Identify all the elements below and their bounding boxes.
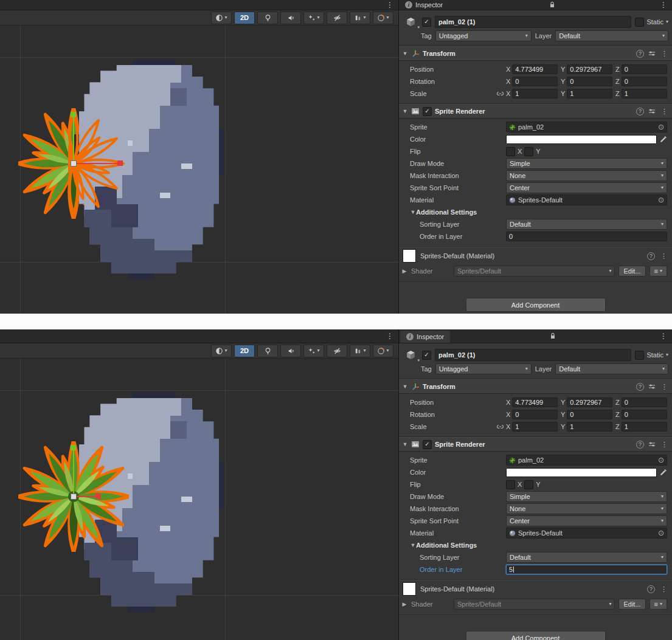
active-checkbox[interactable]: ✓	[422, 351, 431, 360]
toggle-2d-button[interactable]: 2D	[234, 345, 255, 357]
draw-mode-dropdown[interactable]: Simple ▾	[506, 158, 667, 169]
tag-dropdown[interactable]: Untagged ▾	[435, 30, 532, 41]
object-picker-icon[interactable]: ⊙	[658, 123, 664, 131]
foldout-icon[interactable]: ▼	[402, 51, 408, 57]
scale-y-field[interactable]: 1	[567, 422, 612, 432]
shader-menu-button[interactable]: ≡ ▾	[649, 599, 667, 610]
gameobject-name-field[interactable]: palm_02 (1)	[435, 16, 631, 28]
active-checkbox[interactable]: ✓	[422, 18, 431, 27]
shader-dropdown[interactable]: Sprites/Default ▾	[454, 599, 615, 610]
material-object-field[interactable]: Sprites-Default ⊙	[506, 528, 667, 538]
presets-icon[interactable]	[648, 50, 656, 57]
gizmo-x-handle[interactable]	[95, 494, 101, 499]
material-header[interactable]: Sprites-Default (Material) ? ⋮	[399, 247, 672, 264]
scene-viewport[interactable]	[0, 26, 398, 314]
flip-y-checkbox[interactable]	[524, 147, 533, 156]
position-y-field[interactable]: 0.2972967	[567, 64, 612, 74]
presets-icon[interactable]	[648, 441, 656, 448]
help-icon[interactable]: ?	[636, 108, 644, 115]
audio-toggle-button[interactable]	[280, 12, 301, 24]
inspector-tab[interactable]: i Inspector	[399, 0, 449, 10]
rotation-x-field[interactable]: 0	[512, 77, 558, 86]
object-picker-icon[interactable]: ⊙	[658, 196, 664, 204]
sorting-layer-dropdown[interactable]: Default ▾	[506, 552, 667, 563]
overlay-visibility-button[interactable]: ▾	[350, 345, 370, 357]
component-kebab-icon[interactable]: ⋮	[660, 383, 669, 391]
gizmo-x-axis[interactable]	[75, 496, 95, 497]
inspector-menu-kebab-icon[interactable]: ⋮	[655, 1, 672, 9]
help-icon[interactable]: ?	[647, 585, 655, 593]
hidden-objects-button[interactable]	[327, 12, 347, 24]
transform-header[interactable]: ▼ Transform ? ⋮	[399, 379, 672, 394]
gizmo-y-handle[interactable]	[71, 445, 76, 450]
static-checkbox[interactable]	[635, 351, 644, 360]
scene-menu-kebab-icon[interactable]: ⋮	[381, 1, 398, 9]
transform-header[interactable]: ▼ Transform ? ⋮	[399, 46, 672, 61]
sprite-renderer-header[interactable]: ▼ ✓ Sprite Renderer ? ⋮	[399, 437, 672, 452]
add-component-button[interactable]: Add Component	[466, 298, 606, 312]
help-icon[interactable]: ?	[636, 383, 644, 391]
color-swatch[interactable]	[506, 135, 657, 144]
scene-viewport[interactable]	[0, 359, 398, 640]
shader-menu-button[interactable]: ≡ ▾	[649, 266, 667, 277]
gizmo-y-handle[interactable]	[71, 112, 76, 117]
uniform-scale-link-icon[interactable]	[496, 424, 504, 430]
position-y-field[interactable]: 0.2972967	[567, 397, 612, 407]
rotation-y-field[interactable]: 0	[567, 77, 612, 86]
sort-point-dropdown[interactable]: Center ▾	[506, 182, 667, 193]
gizmos-dropdown-button[interactable]: ▾	[373, 12, 393, 24]
material-foldout-icon[interactable]: ▶	[401, 269, 407, 274]
sorting-layer-dropdown[interactable]: Default ▾	[506, 219, 667, 230]
material-foldout-icon[interactable]: ▶	[401, 602, 407, 607]
scale-x-field[interactable]: 1	[512, 89, 558, 98]
inspector-tab[interactable]: i Inspector	[400, 331, 450, 343]
rotation-y-field[interactable]: 0	[567, 410, 612, 419]
help-icon[interactable]: ?	[636, 441, 644, 449]
position-x-field[interactable]: 4.773499	[512, 64, 558, 74]
presets-icon[interactable]	[648, 383, 656, 390]
foldout-icon[interactable]: ▼	[402, 384, 408, 390]
gizmo-x-axis[interactable]	[75, 163, 117, 164]
foldout-icon[interactable]: ▼	[410, 210, 416, 215]
flip-x-checkbox[interactable]	[506, 480, 515, 489]
component-kebab-icon[interactable]: ⋮	[660, 50, 669, 58]
lighting-toggle-button[interactable]	[257, 345, 278, 357]
tag-dropdown[interactable]: Untagged ▾	[435, 363, 532, 374]
draw-mode-button[interactable]: ▾	[211, 345, 232, 357]
order-in-layer-field[interactable]: 0	[506, 232, 667, 241]
foldout-icon[interactable]: ▼	[402, 442, 408, 447]
foldout-icon[interactable]: ▼	[410, 543, 416, 548]
scene-view[interactable]: ⋮ ▾ 2D ▾	[0, 0, 398, 314]
draw-mode-button[interactable]: ▾	[211, 12, 232, 24]
gameobject-name-field[interactable]: palm_02 (1)	[435, 349, 631, 361]
gameobject-cube-icon[interactable]: ▾	[403, 15, 418, 29]
sort-point-dropdown[interactable]: Center ▾	[506, 515, 667, 526]
additional-settings-row[interactable]: ▼ Additional Settings	[399, 539, 672, 551]
flip-y-checkbox[interactable]	[524, 480, 533, 489]
layer-dropdown[interactable]: Default ▾	[555, 30, 668, 41]
mask-interaction-dropdown[interactable]: None ▾	[506, 503, 667, 514]
effects-toggle-button[interactable]: ▾	[303, 12, 324, 24]
lock-icon[interactable]	[549, 332, 557, 340]
audio-toggle-button[interactable]	[280, 345, 301, 357]
shader-edit-button[interactable]: Edit...	[618, 599, 645, 610]
position-x-field[interactable]: 4.773499	[512, 397, 558, 407]
add-component-button[interactable]: Add Component	[466, 631, 606, 640]
material-object-field[interactable]: Sprites-Default ⊙	[506, 194, 667, 205]
renderer-enabled-checkbox[interactable]: ✓	[423, 440, 432, 449]
eyedropper-icon[interactable]	[660, 136, 667, 143]
material-header[interactable]: Sprites-Default (Material) ? ⋮	[399, 580, 672, 597]
sprite-object-field[interactable]: palm_02 ⊙	[506, 455, 667, 466]
scale-z-field[interactable]: 1	[622, 89, 667, 98]
gizmo-x-handle[interactable]	[117, 160, 123, 166]
foldout-icon[interactable]: ▼	[402, 109, 408, 114]
color-swatch[interactable]	[506, 468, 657, 477]
position-z-field[interactable]: 0	[622, 64, 667, 74]
gizmo-center-handle[interactable]	[71, 494, 77, 500]
additional-settings-row[interactable]: ▼ Additional Settings	[399, 206, 672, 218]
static-dropdown-caret-icon[interactable]: ▾	[666, 19, 668, 24]
scene-menu-kebab-icon[interactable]: ⋮	[381, 332, 398, 340]
static-dropdown-caret-icon[interactable]: ▾	[666, 353, 668, 357]
effects-toggle-button[interactable]: ▾	[303, 345, 324, 357]
scale-y-field[interactable]: 1	[567, 89, 612, 98]
